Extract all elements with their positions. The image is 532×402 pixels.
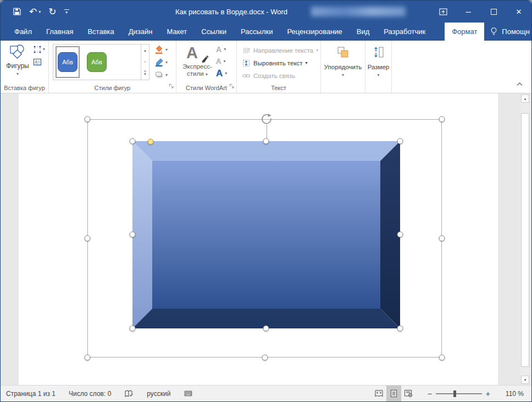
shape-style-2[interactable]: Абв: [85, 46, 109, 78]
shape-handle-bottom-right[interactable]: [397, 326, 403, 332]
shape-style-1-selected[interactable]: Абв: [56, 46, 80, 78]
print-layout-icon: [390, 389, 398, 398]
text-effects-caret-icon: ▾: [225, 71, 227, 76]
print-layout-button[interactable]: [386, 386, 401, 401]
gallery-scroll-up-icon[interactable]: ▴: [141, 44, 149, 56]
tab-layout[interactable]: Макет: [159, 23, 194, 41]
scrollbar-thumb[interactable]: [521, 113, 529, 367]
text-box-button[interactable]: А: [33, 58, 45, 66]
tab-review[interactable]: Рецензирование: [280, 23, 349, 41]
align-text-button[interactable]: Выровнять текст ▾: [242, 58, 320, 68]
quick-access-toolbar: ↶ ▾ ↻ ▾: [13, 1, 69, 23]
redo-icon: ↻: [48, 6, 56, 18]
collapse-ribbon-button[interactable]: [517, 79, 523, 88]
zoom-percentage[interactable]: 110 %: [497, 390, 524, 398]
zoom-slider[interactable]: [436, 393, 482, 394]
page-indicator[interactable]: Страница 1 из 1: [6, 390, 56, 398]
tab-developer[interactable]: Разработчик: [376, 23, 433, 41]
rotate-icon: [261, 113, 273, 125]
shape-handle-bottom-mid[interactable]: [263, 326, 269, 332]
shape-handle-bottom-left[interactable]: [130, 326, 136, 332]
status-bar: Страница 1 из 1 Число слов: 0 русский: [1, 385, 531, 401]
save-icon[interactable]: [13, 7, 21, 16]
group-caption-text: Текст: [237, 85, 320, 91]
text-fill-caret-icon: ▾: [224, 47, 226, 52]
svg-text:А: А: [35, 60, 38, 64]
proofing-book-icon: [124, 389, 134, 398]
shapes-label: Фигуры: [6, 62, 29, 70]
text-direction-icon: [242, 46, 251, 55]
size-button[interactable]: Размер ▾: [365, 41, 391, 93]
tab-view[interactable]: Вид: [350, 23, 377, 41]
edit-shape-icon: [33, 45, 42, 54]
maximize-button[interactable]: [481, 1, 506, 23]
tab-home[interactable]: Главная: [39, 23, 80, 41]
vertical-scrollbar[interactable]: ▴ ▾: [520, 94, 530, 384]
undo-button[interactable]: ↶ ▾: [29, 6, 41, 18]
canvas-handle-top-right[interactable]: [439, 116, 445, 122]
text-direction-button[interactable]: Направление текста ▾: [242, 46, 320, 55]
rotation-handle[interactable]: [261, 113, 273, 127]
tab-mailings[interactable]: Рассылки: [234, 23, 280, 41]
canvas-handle-top-left[interactable]: [85, 116, 91, 122]
redo-button[interactable]: ↻: [48, 6, 56, 18]
edit-shape-button[interactable]: ▾: [33, 45, 45, 54]
undo-icon: ↶: [29, 6, 37, 18]
ribbon-tab-bar: Файл Главная Вставка Дизайн Макет Ссылки…: [1, 23, 531, 41]
zoom-in-button[interactable]: +: [482, 389, 494, 398]
shape-fill-button[interactable]: ▾: [154, 44, 168, 55]
canvas-handle-bottom-left[interactable]: [85, 355, 91, 361]
group-wordart-styles: А Экспресс- стили ▾ А ▾ А ▾: [176, 41, 237, 93]
beveled-rectangle-shape[interactable]: [132, 141, 400, 328]
wordart-dialog-launcher-icon[interactable]: [229, 81, 235, 91]
group-caption-shape-styles: Стили фигур: [49, 85, 176, 91]
language-indicator[interactable]: русский: [147, 390, 170, 398]
shape-handle-mid-left[interactable]: [130, 232, 136, 238]
shape-outline-button[interactable]: ▾: [154, 57, 168, 68]
read-mode-button[interactable]: [372, 386, 386, 401]
customize-qat-button[interactable]: ▾: [64, 9, 69, 14]
text-fill-button[interactable]: А ▾: [216, 43, 227, 55]
quick-styles-label-1: Экспресс-: [182, 63, 212, 70]
canvas-handle-bottom-mid[interactable]: [262, 355, 268, 361]
arrange-button[interactable]: Упорядочить ▾: [321, 41, 365, 93]
tab-references[interactable]: Ссылки: [194, 23, 234, 41]
web-layout-icon: [404, 389, 413, 398]
canvas-handle-mid-left[interactable]: [85, 236, 91, 242]
shape-styles-dialog-launcher-icon[interactable]: [169, 81, 174, 91]
shape-handle-mid-right[interactable]: [397, 232, 403, 238]
minimize-button[interactable]: ─: [456, 1, 481, 23]
zoom-slider-thumb[interactable]: [453, 390, 456, 397]
gallery-more-button[interactable]: ▾: [141, 68, 149, 80]
canvas-handle-bottom-right[interactable]: [439, 355, 445, 361]
word-count[interactable]: Число слов: 0: [69, 390, 111, 398]
text-effects-button[interactable]: А ▾: [216, 68, 227, 79]
shape-handle-top-mid[interactable]: [263, 138, 269, 144]
shape-adjust-handle[interactable]: [148, 139, 154, 145]
tab-file[interactable]: Файл: [7, 23, 39, 41]
text-outline-button[interactable]: А ▾: [216, 55, 227, 67]
web-layout-button[interactable]: [401, 386, 416, 401]
input-language-button[interactable]: [184, 389, 193, 398]
close-button[interactable]: ✕: [506, 1, 531, 23]
word-window: ↶ ▾ ↻ ▾ Как рисовать в Ворде.docx - Word…: [0, 0, 532, 402]
window-controls: ─ ✕: [430, 1, 531, 23]
tab-insert[interactable]: Вставка: [80, 23, 121, 41]
undo-caret-icon[interactable]: ▾: [38, 9, 41, 14]
tab-design[interactable]: Дизайн: [121, 23, 160, 41]
tell-me-helper[interactable]: Помощн: [484, 27, 532, 36]
zoom-out-button[interactable]: −: [424, 389, 436, 398]
scroll-up-icon[interactable]: ▴: [521, 94, 529, 103]
tab-format-active[interactable]: Формат: [445, 23, 484, 41]
shape-handle-top-left[interactable]: [130, 138, 136, 144]
canvas-handle-mid-right[interactable]: [439, 236, 445, 242]
quick-styles-caret-icon: ▾: [206, 72, 208, 77]
proofing-status-button[interactable]: [124, 389, 134, 398]
ribbon-display-options-button[interactable]: [430, 1, 456, 23]
scroll-down-icon[interactable]: ▾: [521, 376, 529, 384]
shape-effects-button[interactable]: ▾: [154, 70, 168, 80]
gallery-scroll-down-icon[interactable]: ▾: [141, 56, 149, 68]
create-link-button[interactable]: Создать связь: [242, 71, 320, 80]
size-icon: [373, 46, 385, 59]
shape-handle-top-right[interactable]: [397, 138, 403, 144]
